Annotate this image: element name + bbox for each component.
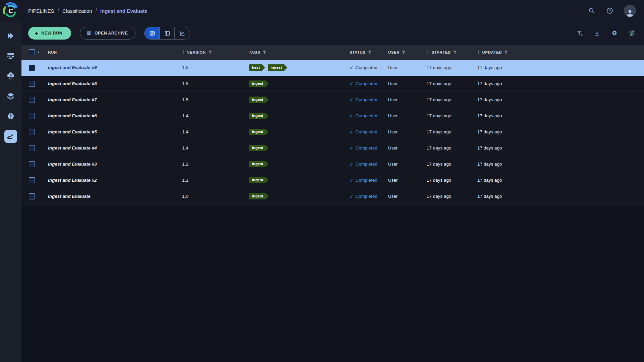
sidebar-item-datasets[interactable] [4,90,17,103]
table-view-button[interactable] [145,27,160,39]
user-icon [626,9,634,17]
select-all-checkbox[interactable] [29,49,35,55]
run-user: User [388,145,427,150]
run-name[interactable]: Ingest and Evaluate #5 [48,129,182,134]
models-icon [6,112,15,121]
column-header-updated[interactable]: ▲▼ UPDATED [477,50,644,54]
clear-filters-button[interactable] [576,29,584,37]
run-user: User [388,113,427,118]
run-version: 1.1 [182,178,249,183]
column-header-user[interactable]: USER [388,50,427,54]
row-checkbox[interactable] [29,65,35,71]
tag-best: best [249,64,265,71]
breadcrumb-project[interactable]: Classification [62,8,92,14]
row-checkbox[interactable] [29,97,35,103]
row-checkbox[interactable] [29,161,35,167]
run-version: 1.5 [182,97,249,102]
column-header-version[interactable]: ▲▼ VERSION [182,50,249,54]
filter-icon[interactable] [208,51,212,54]
breadcrumb-pipelines[interactable]: PIPELINES [28,8,54,14]
row-checkbox[interactable] [29,129,35,135]
row-checkbox[interactable] [29,81,35,87]
completed-check-icon: ✓ [350,129,354,135]
run-name[interactable]: Ingest and Evaluate #3 [48,162,182,167]
run-name[interactable]: Ingest and Evaluate #9 [48,65,182,70]
run-started: 17 days ago [427,178,477,183]
column-header-status[interactable]: STATUS [350,50,388,54]
run-name[interactable]: Ingest and Evaluate #4 [48,145,182,150]
row-checkbox[interactable] [29,113,35,119]
run-version: 1.4 [182,113,249,118]
run-status: ✓ Completed [350,129,388,135]
help-button[interactable]: ? [606,7,614,15]
auto-refresh-icon [628,29,636,37]
table-row[interactable]: Ingest and Evaluate #5 1.4 ingest ✓ Comp… [21,124,644,140]
completed-check-icon: ✓ [350,65,354,70]
topbar-icons: ? [588,5,636,17]
status-label: Completed [356,194,377,199]
completed-check-icon: ✓ [350,97,354,103]
select-menu-caret[interactable]: ▼ [37,51,40,54]
filter-icon[interactable] [402,51,406,54]
column-header-run[interactable]: RUN [48,50,182,54]
clearml-logo[interactable]: C [0,0,21,21]
row-checkbox[interactable] [29,145,35,151]
table-row[interactable]: Ingest and Evaluate #9 1.5 bestingest ✓ … [21,60,644,76]
search-button[interactable] [588,7,596,15]
filter-icon[interactable] [504,51,508,54]
tag-ingest: ingest [249,113,269,119]
auto-refresh-button[interactable] [628,29,636,37]
sidebar-item-pipelines[interactable] [4,130,17,143]
table-row[interactable]: Ingest and Evaluate #6 1.4 ingest ✓ Comp… [21,108,644,124]
new-run-button[interactable]: + NEW RUN [28,27,71,40]
status-label: Completed [356,178,377,183]
run-name[interactable]: Ingest and Evaluate #6 [48,113,182,118]
open-archive-button[interactable]: OPEN ARCHIVE [80,27,136,40]
run-version: 1.4 [182,129,249,134]
table-row[interactable]: Ingest and Evaluate #8 1.5 ingest ✓ Comp… [21,76,644,92]
column-header-started[interactable]: ▲▼ STARTED [427,50,477,54]
status-label: Completed [356,129,377,134]
filter-icon[interactable] [368,51,372,54]
column-header-tags[interactable]: TAGS [249,50,350,54]
settings-button[interactable] [610,29,619,37]
filter-icon[interactable] [263,51,266,54]
row-checkbox[interactable] [29,193,35,199]
run-tags: ingest [249,177,350,183]
tag-ingest: ingest [249,97,269,103]
user-avatar[interactable] [624,5,636,17]
sidebar-item-models[interactable] [4,110,17,123]
app-root: C [0,0,644,362]
sidebar-item-applications[interactable] [4,70,17,82]
run-name[interactable]: Ingest and Evaluate #2 [48,178,182,183]
table-row[interactable]: Ingest and Evaluate 1.0 ingest ✓ Complet… [21,188,644,204]
filter-icon[interactable] [453,51,457,54]
sort-icon[interactable]: ▲▼ [427,51,429,54]
sidebar-item-workers-queues[interactable] [4,50,17,62]
clear-filters-icon [576,30,583,37]
detail-view-button[interactable] [160,27,175,39]
breadcrumb-separator: / [95,8,97,14]
run-user: User [388,129,427,134]
run-name[interactable]: Ingest and Evaluate #8 [48,81,182,86]
table-row[interactable]: Ingest and Evaluate #2 1.1 ingest ✓ Comp… [21,172,644,188]
row-checkbox[interactable] [29,177,35,183]
completed-check-icon: ✓ [350,145,354,151]
download-button[interactable] [593,29,601,37]
run-tags: bestingest [249,64,350,71]
table-row[interactable]: Ingest and Evaluate #3 1.2 ingest ✓ Comp… [21,156,644,172]
table-row[interactable]: Ingest and Evaluate #7 1.5 ingest ✓ Comp… [21,92,644,108]
sidebar-item-projects[interactable] [4,29,17,42]
select-all-cell: ▼ [21,49,48,55]
status-label: Completed [356,81,377,86]
chart-view-button[interactable] [175,27,190,39]
run-name[interactable]: Ingest and Evaluate #7 [48,97,182,102]
row-select-cell [21,161,48,167]
column-label: RUN [48,50,57,54]
run-name[interactable]: Ingest and Evaluate [48,194,182,199]
datasets-icon [6,92,15,101]
run-started: 17 days ago [427,97,477,102]
sort-icon[interactable]: ▲▼ [477,51,480,54]
sort-icon[interactable]: ▲▼ [182,51,185,54]
table-row[interactable]: Ingest and Evaluate #4 1.4 ingest ✓ Comp… [21,140,644,156]
